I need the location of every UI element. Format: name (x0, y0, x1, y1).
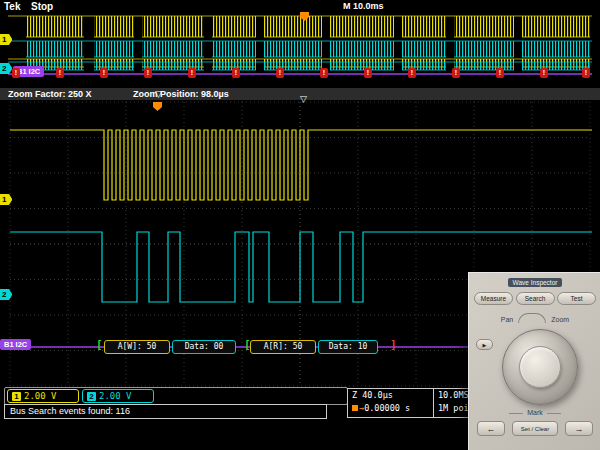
play-pause-button[interactable]: ▶ (476, 339, 493, 350)
trigger-position-readout: →0.00000 s (352, 402, 436, 415)
ch2-chip: 2 (87, 392, 96, 401)
bus-decode-address-box: A[R]: 50 (250, 340, 316, 354)
pan-knob[interactable] (502, 329, 578, 405)
pan-label: Pan (501, 316, 513, 323)
test-button[interactable]: Test (557, 292, 596, 305)
pan-zoom-arc-icon (518, 313, 546, 323)
ch1-chip: 1 (12, 392, 21, 401)
search-button[interactable]: Search (516, 292, 555, 305)
bus-start-marker: [ (96, 338, 103, 352)
panel-button-row: Measure Search Test (469, 292, 600, 305)
trigger-time-value: 0.00000 s (364, 403, 410, 413)
ch2-scale-value: 2.00 V (99, 390, 132, 402)
mark-next-button[interactable]: → (565, 421, 593, 436)
mark-section-label: Mark (469, 409, 600, 416)
panel-title: Wave Inspector (508, 278, 563, 287)
oscilloscope-screen: Tek Stop M 10.0ms Zoom Factor: 250 X Zoo… (0, 0, 600, 450)
set-clear-button[interactable]: Set / Clear (512, 421, 558, 436)
bus-decode-data-box: Data: 10 (318, 340, 378, 354)
mark-prev-button[interactable]: ← (477, 421, 505, 436)
ch2-readout[interactable]: 2 2.00 V (82, 389, 154, 403)
measure-button[interactable]: Measure (474, 292, 513, 305)
mark-nav-row: ← Set / Clear → (469, 421, 600, 436)
search-results-bar: Bus Search events found: 116 (4, 404, 327, 419)
bus-stop-marker: ] (390, 338, 397, 352)
zoom-label: Zoom (551, 316, 569, 323)
bus-restart-marker: [ (244, 338, 251, 352)
trigger-icon (352, 405, 358, 411)
pan-zoom-labels: Pan Zoom (469, 311, 600, 323)
bus-decode-data-box: Data: 00 (172, 340, 236, 354)
zoom-scale-value: Z 40.0µs (352, 389, 436, 402)
zoom-scale-readout: Z 40.0µs →0.00000 s (347, 388, 437, 418)
wave-inspector-panel: Wave Inspector Measure Search Test Pan Z… (468, 272, 600, 450)
ch1-scale-value: 2.00 V (24, 390, 57, 402)
zoom-knob[interactable] (519, 346, 561, 388)
ch1-readout[interactable]: 1 2.00 V (7, 389, 79, 403)
bus-decode-address-box: A[W]: 50 (104, 340, 170, 354)
